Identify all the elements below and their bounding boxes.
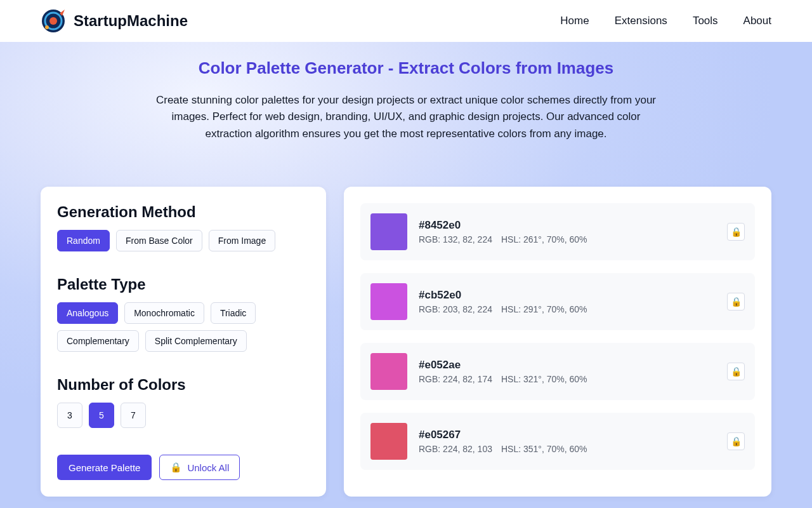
- color-list: #8452e0RGB: 132, 82, 224HSL: 261°, 70%, …: [360, 203, 755, 470]
- color-item: #8452e0RGB: 132, 82, 224HSL: 261°, 70%, …: [360, 203, 755, 260]
- page-description: Create stunning color palettes for your …: [146, 92, 666, 142]
- generation-method-title: Generation Method: [57, 203, 310, 221]
- num-colors-3[interactable]: 3: [57, 403, 82, 428]
- svg-point-2: [49, 17, 57, 25]
- lock-icon: 🔒: [731, 366, 742, 377]
- lock-toggle[interactable]: 🔒: [727, 363, 745, 380]
- lock-toggle[interactable]: 🔒: [727, 293, 745, 311]
- color-rgb: RGB: 203, 82, 224: [419, 304, 492, 314]
- lock-toggle[interactable]: 🔒: [727, 432, 745, 450]
- color-hsl: HSL: 321°, 70%, 60%: [501, 374, 587, 384]
- color-swatch[interactable]: [370, 353, 407, 390]
- palette-type-complementary[interactable]: Complementary: [57, 330, 139, 352]
- generation-option-from-image[interactable]: From Image: [209, 230, 275, 251]
- num-colors-options: 357: [57, 403, 310, 428]
- color-info: #e05267RGB: 224, 82, 103HSL: 351°, 70%, …: [419, 429, 716, 454]
- color-info: #8452e0RGB: 132, 82, 224HSL: 261°, 70%, …: [419, 219, 716, 244]
- lock-icon: 🔒: [731, 227, 742, 237]
- palette-type-analogous[interactable]: Analogous: [57, 302, 118, 324]
- color-info: #e052aeRGB: 224, 82, 174HSL: 321°, 70%, …: [419, 359, 716, 384]
- controls-panel: Generation Method RandomFrom Base ColorF…: [41, 187, 326, 497]
- unlock-all-button[interactable]: 🔒 Unlock All: [159, 455, 240, 480]
- color-item: #e052aeRGB: 224, 82, 174HSL: 321°, 70%, …: [360, 343, 755, 400]
- color-rgb: RGB: 132, 82, 224: [419, 234, 492, 244]
- palette-type-monochromatic[interactable]: Monochromatic: [124, 302, 204, 324]
- color-hex: #e052ae: [419, 359, 716, 371]
- num-colors-5[interactable]: 5: [89, 403, 114, 428]
- brand-name: StartupMachine: [74, 12, 188, 30]
- color-meta: RGB: 224, 82, 174HSL: 321°, 70%, 60%: [419, 374, 716, 384]
- palette-type-title: Palette Type: [57, 276, 310, 293]
- color-hsl: HSL: 261°, 70%, 60%: [501, 234, 587, 244]
- generate-palette-button[interactable]: Generate Palette: [57, 455, 152, 480]
- num-colors-7[interactable]: 7: [121, 403, 146, 428]
- svg-point-3: [45, 25, 49, 29]
- nav-about[interactable]: About: [743, 15, 771, 27]
- color-rgb: RGB: 224, 82, 174: [419, 374, 492, 384]
- nav-home[interactable]: Home: [560, 15, 589, 27]
- header: StartupMachine Home Extensions Tools Abo…: [0, 0, 812, 42]
- color-hsl: HSL: 351°, 70%, 60%: [501, 444, 587, 454]
- color-item: #e05267RGB: 224, 82, 103HSL: 351°, 70%, …: [360, 413, 755, 470]
- palette-type-options: AnalogousMonochromaticTriadicComplementa…: [57, 302, 310, 352]
- num-colors-title: Number of Colors: [57, 376, 310, 394]
- color-hex: #e05267: [419, 429, 716, 441]
- color-meta: RGB: 224, 82, 103HSL: 351°, 70%, 60%: [419, 444, 716, 454]
- color-rgb: RGB: 224, 82, 103: [419, 444, 492, 454]
- color-hsl: HSL: 291°, 70%, 60%: [501, 304, 587, 314]
- color-hex: #cb52e0: [419, 289, 716, 302]
- logo-icon: [41, 8, 66, 34]
- color-item: #cb52e0RGB: 203, 82, 224HSL: 291°, 70%, …: [360, 273, 755, 330]
- palette-type-triadic[interactable]: Triadic: [211, 302, 256, 324]
- color-info: #cb52e0RGB: 203, 82, 224HSL: 291°, 70%, …: [419, 289, 716, 314]
- hero-section: Color Palette Generator - Extract Colors…: [0, 42, 812, 508]
- nav-extensions[interactable]: Extensions: [615, 15, 667, 27]
- color-hex: #8452e0: [419, 219, 716, 232]
- color-swatch[interactable]: [370, 283, 407, 320]
- palette-panel: #8452e0RGB: 132, 82, 224HSL: 261°, 70%, …: [344, 187, 771, 497]
- unlock-all-label: Unlock All: [187, 462, 229, 473]
- brand[interactable]: StartupMachine: [41, 8, 188, 34]
- generation-option-from-base-color[interactable]: From Base Color: [116, 230, 202, 251]
- color-meta: RGB: 132, 82, 224HSL: 261°, 70%, 60%: [419, 234, 716, 244]
- palette-type-split-complementary[interactable]: Split Complementary: [145, 330, 247, 352]
- main-nav: Home Extensions Tools About: [560, 15, 771, 27]
- lock-toggle[interactable]: 🔒: [727, 223, 745, 241]
- color-swatch[interactable]: [370, 423, 407, 460]
- nav-tools[interactable]: Tools: [693, 15, 718, 27]
- color-swatch[interactable]: [370, 213, 407, 250]
- generation-method-options: RandomFrom Base ColorFrom Image: [57, 230, 310, 251]
- page-title: Color Palette Generator - Extract Colors…: [146, 58, 666, 78]
- lock-icon: 🔒: [731, 436, 742, 446]
- lock-icon: 🔒: [170, 462, 182, 473]
- color-meta: RGB: 203, 82, 224HSL: 291°, 70%, 60%: [419, 304, 716, 314]
- generation-option-random[interactable]: Random: [57, 230, 110, 251]
- lock-icon: 🔒: [731, 297, 742, 307]
